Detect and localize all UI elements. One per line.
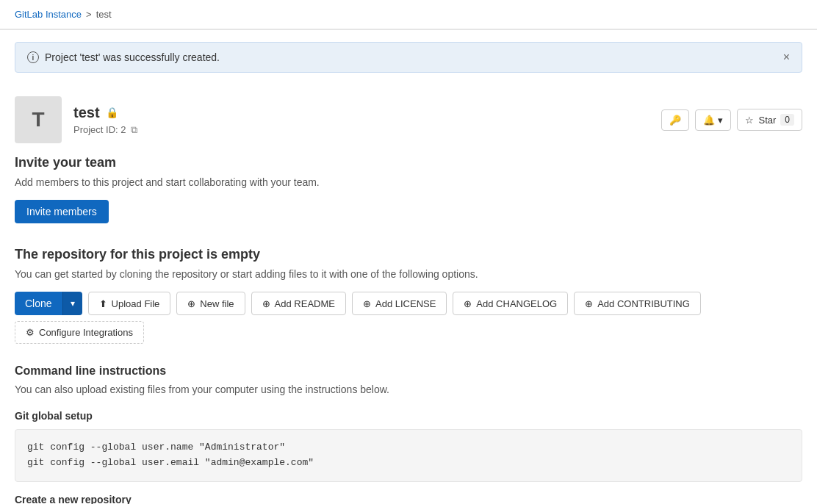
invite-section: Invite your team Add members to this pro… [15,155,802,223]
add-changelog-button[interactable]: ⊕ Add CHANGELOG [453,292,568,315]
add-contributing-label: Add CONTRIBUTING [597,298,690,309]
cli-section: Command line instructions You can also u… [15,364,802,504]
add-license-label: Add LICENSE [375,298,436,309]
configure-label: Configure Integrations [39,327,133,338]
project-avatar: T [15,96,62,143]
upload-file-label: Upload File [112,298,160,309]
add-license-button[interactable]: ⊕ Add LICENSE [352,292,447,315]
repo-heading: The repository for this project is empty [15,247,802,262]
cli-description: You can also upload existing files from … [15,384,802,395]
repo-section: The repository for this project is empty… [15,247,802,344]
add-changelog-label: Add CHANGELOG [476,298,557,309]
notifications-button[interactable]: 🔔 ▾ [695,109,731,131]
git-global-title: Git global setup [15,410,802,422]
add-readme-icon: ⊕ [262,298,270,309]
clone-button[interactable]: Clone [15,292,62,315]
add-changelog-icon: ⊕ [464,298,472,309]
new-file-label: New file [200,298,234,309]
star-label: Star [758,115,776,126]
project-header: T test 🔒 Project ID: 2 ⧉ 🔑 🔔 ▾ ☆ Star 0 [0,84,817,155]
star-count: 0 [780,114,794,126]
star-icon: ☆ [745,115,754,126]
add-readme-label: Add README [275,298,335,309]
star-button[interactable]: ☆ Star 0 [737,109,802,131]
git-global-code-block: git config --global user.name "Administr… [15,429,802,482]
alert-close-button[interactable]: × [783,51,790,63]
add-contributing-icon: ⊕ [585,298,593,309]
create-repo-title: Create a new repository [15,494,802,504]
breadcrumb-separator: > [86,9,92,20]
configure-row: ⚙ Configure Integrations [15,321,802,344]
key-button[interactable]: 🔑 [661,109,689,131]
repo-description: You can get started by cloning the repos… [15,268,802,280]
configure-integrations-button[interactable]: ⚙ Configure Integrations [15,321,144,344]
alert-info-icon: i [27,51,39,63]
invite-description: Add members to this project and start co… [15,176,802,188]
git-global-line-2: git config --global user.email "admin@ex… [27,456,790,471]
action-buttons-row: Clone ▾ ⬆ Upload File ⊕ New file ⊕ Add R… [15,292,802,315]
upload-file-button[interactable]: ⬆ Upload File [88,292,171,315]
new-file-button[interactable]: ⊕ New file [176,292,245,315]
alert-content: i Project 'test' was successfully create… [27,51,220,63]
alert-message: Project 'test' was successfully created. [45,51,220,63]
git-global-line-1: git config --global user.name "Administr… [27,440,790,456]
lock-icon: 🔒 [106,107,118,118]
project-actions: 🔑 🔔 ▾ ☆ Star 0 [661,109,802,131]
header-divider [0,29,817,30]
add-readme-button[interactable]: ⊕ Add README [251,292,346,315]
breadcrumb-current: test [96,9,112,20]
configure-icon: ⚙ [26,327,35,338]
success-alert: i Project 'test' was successfully create… [15,42,802,73]
breadcrumb-parent-link[interactable]: GitLab Instance [15,9,82,20]
copy-id-icon[interactable]: ⧉ [131,124,137,136]
cli-heading: Command line instructions [15,364,802,378]
invite-members-button[interactable]: Invite members [15,200,109,223]
clone-dropdown-button[interactable]: ▾ [62,292,82,315]
project-id: Project ID: 2 ⧉ [73,124,137,136]
add-contributing-button[interactable]: ⊕ Add CONTRIBUTING [574,292,701,315]
main-content: Invite your team Add members to this pro… [0,155,817,504]
project-info: test 🔒 Project ID: 2 ⧉ [73,104,137,136]
new-file-icon: ⊕ [187,298,195,309]
project-header-left: T test 🔒 Project ID: 2 ⧉ [15,96,137,143]
add-license-icon: ⊕ [363,298,371,309]
breadcrumb: GitLab Instance > test [0,0,817,29]
invite-heading: Invite your team [15,155,802,170]
upload-icon: ⬆ [99,298,107,309]
project-name: test 🔒 [73,104,137,121]
